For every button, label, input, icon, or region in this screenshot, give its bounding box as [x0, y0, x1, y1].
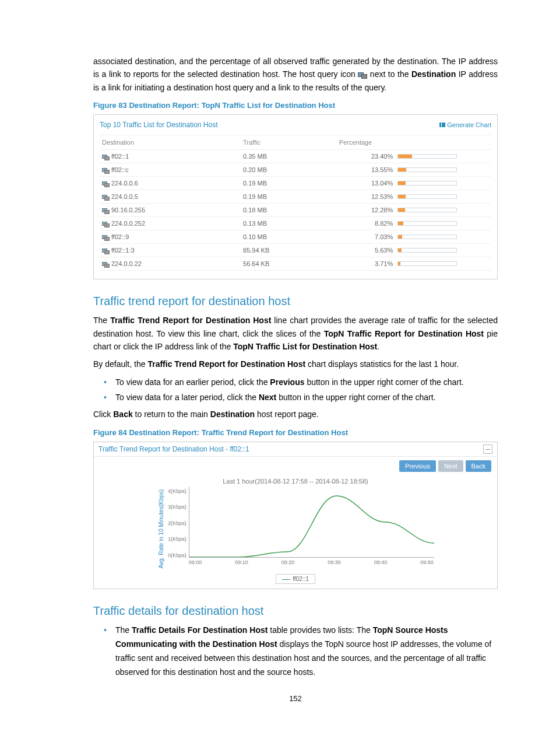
destination-link[interactable]: 224.0.0.252 [111, 220, 145, 227]
page-number: 152 [93, 694, 498, 703]
trend-p3: Click Back to return to the main Destina… [93, 408, 498, 421]
back-button[interactable]: Back [466, 460, 491, 472]
legend-label: ff02::1 [293, 576, 309, 582]
percentage-bar-track [397, 181, 457, 186]
ytick: 2(Kbps) [168, 520, 186, 526]
host-query-icon [358, 72, 367, 78]
percentage-bar-track [397, 261, 457, 266]
percentage-bar-cell [395, 190, 491, 204]
percentage-cell: 3.71% [337, 257, 395, 271]
destination-link[interactable]: 90.16.0.255 [111, 206, 145, 214]
percentage-cell: 5.63% [337, 244, 395, 257]
percentage-bar-track [397, 248, 457, 253]
destination-link[interactable]: ff02::9 [111, 233, 129, 240]
collapse-icon[interactable]: – [483, 444, 492, 454]
destination-cell[interactable]: 224.0.0.252 [100, 217, 241, 230]
percentage-bar-cell [395, 257, 491, 271]
percentage-bar-fill [398, 195, 406, 198]
generate-chart-label: Generate Chart [447, 121, 491, 128]
destination-cell[interactable]: 90.16.0.255 [100, 204, 241, 217]
destination-link[interactable]: ff02::1 [111, 153, 129, 160]
host-query-icon[interactable] [102, 249, 109, 254]
host-query-icon[interactable] [102, 195, 109, 200]
percentage-bar-track [397, 208, 457, 212]
heading-traffic-trend: Traffic trend report for destination hos… [93, 295, 498, 308]
percentage-cell: 23.40% [337, 150, 395, 163]
intro-bold-destination: Destination [411, 69, 456, 79]
chart-line [189, 487, 434, 557]
traffic-cell: 56.64 KB [241, 257, 337, 271]
figure-83-caption: Figure 83 Destination Report: TopN Traff… [93, 101, 498, 110]
xtick: 09:30 [328, 559, 341, 565]
destination-link[interactable]: 224.0.0.5 [111, 193, 138, 200]
destination-link[interactable]: 224.0.0.6 [111, 180, 138, 187]
ytick: 0(Kbps) [168, 552, 186, 558]
host-query-icon[interactable] [102, 155, 109, 160]
trend-p1: The Traffic Trend Report for Destination… [93, 314, 498, 353]
percentage-bar-fill [398, 168, 406, 172]
xtick: 09:20 [281, 559, 295, 565]
trend-bullet-previous: To view data for an earlier period, clic… [104, 376, 498, 390]
percentage-bar-cell [395, 244, 491, 257]
heading-traffic-details: Traffic details for destination host [93, 604, 498, 618]
chart-icon [439, 123, 445, 127]
host-query-icon[interactable] [102, 208, 109, 214]
percentage-bar-cell [395, 163, 491, 177]
legend-line-icon [282, 579, 290, 580]
host-query-icon[interactable] [102, 181, 109, 187]
ytick: 1(Kbps) [168, 536, 186, 542]
chart-plot-area [189, 487, 434, 558]
percentage-bar-cell [395, 150, 491, 163]
next-button[interactable]: Next [438, 460, 463, 472]
percentage-cell: 12.53% [337, 190, 395, 204]
generate-chart-link[interactable]: Generate Chart [439, 121, 491, 128]
destination-cell[interactable]: ff02::c [100, 163, 241, 177]
xtick: 09:50 [420, 559, 434, 565]
table-row: 224.0.0.2520.13 MB8.82% [100, 217, 491, 230]
host-query-icon[interactable] [102, 168, 109, 173]
host-query-icon[interactable] [102, 235, 109, 240]
traffic-cell: 0.20 MB [241, 163, 337, 177]
percentage-bar-cell [395, 217, 491, 230]
intro-text-b: next to the [370, 69, 411, 79]
ytick: 4(Kbps) [168, 488, 186, 494]
destination-link[interactable]: ff02::1:3 [111, 247, 135, 254]
traffic-cell: 0.35 MB [241, 150, 337, 163]
percentage-cell: 8.82% [337, 217, 395, 230]
percentage-bar-fill [398, 181, 406, 185]
destination-cell[interactable]: ff02::1 [100, 150, 241, 163]
destination-cell[interactable]: ff02::9 [100, 230, 241, 244]
chart-yaxis: 4(Kbps)3(Kbps)2(Kbps)1(Kbps)0(Kbps) [166, 487, 189, 559]
destination-cell[interactable]: 224.0.0.6 [100, 177, 241, 190]
destination-link[interactable]: ff02::c [111, 166, 129, 173]
traffic-cell: 0.18 MB [241, 204, 337, 217]
destination-cell[interactable]: 224.0.0.5 [100, 190, 241, 204]
percentage-bar-cell [395, 204, 491, 217]
ytick: 3(Kbps) [168, 504, 186, 510]
percentage-bar-track [397, 167, 457, 172]
table-row: 224.0.0.2256.64 KB3.71% [100, 257, 491, 271]
traffic-cell: 85.94 KB [241, 244, 337, 257]
details-bullet-1: The Traffic Details For Destination Host… [104, 624, 498, 679]
chart-legend: ff02::1 [276, 574, 315, 584]
host-query-icon[interactable] [102, 262, 109, 267]
intro-paragraph: associated destination, and the percenta… [93, 55, 498, 94]
col-destination[interactable]: Destination [100, 135, 241, 150]
xtick: 09:10 [235, 559, 248, 565]
percentage-bar-track [397, 221, 457, 226]
host-query-icon[interactable] [102, 222, 109, 227]
traffic-cell: 0.19 MB [241, 177, 337, 190]
destination-cell[interactable]: 224.0.0.22 [100, 257, 241, 271]
previous-button[interactable]: Previous [399, 460, 436, 472]
traffic-cell: 0.13 MB [241, 217, 337, 230]
chart-xaxis: 09:0009:1009:2009:3009:4009:50 [189, 558, 434, 565]
table-row: 224.0.0.50.19 MB12.53% [100, 190, 491, 204]
table-row: ff02::10.35 MB23.40% [100, 150, 491, 163]
col-traffic[interactable]: Traffic [241, 135, 337, 150]
percentage-bar-fill [398, 155, 411, 158]
chart-ylabel: Avg. Rate in 10 Minutes(Kbps) [157, 487, 166, 570]
destination-link[interactable]: 224.0.0.22 [111, 260, 142, 267]
destination-cell[interactable]: ff02::1:3 [100, 244, 241, 257]
percentage-bar-track [397, 154, 457, 159]
col-percentage[interactable]: Percentage [337, 135, 395, 150]
